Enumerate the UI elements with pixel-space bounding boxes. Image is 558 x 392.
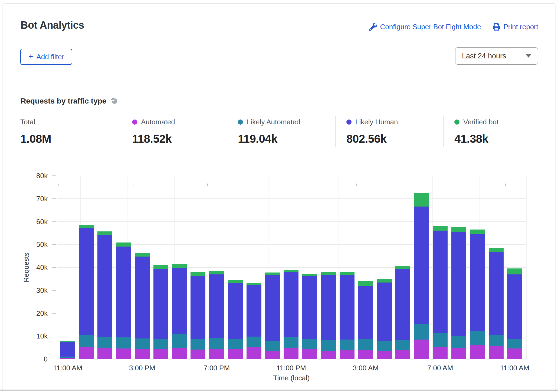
bar-segment-likely-automated [135,338,150,349]
bar-8-00-am [451,227,466,359]
configure-super-bot-fight-mode-link[interactable]: Configure Super Bot Fight Mode [369,23,481,31]
wrench-icon [369,23,377,31]
bar-segment-verified-bot [302,274,317,276]
gridline-vertical [151,176,151,359]
bar-segment-verified-bot [172,264,187,268]
bar-segment-verified-bot [377,279,392,283]
bar-segment-likely-human [489,252,504,335]
bar-segment-verified-bot [321,272,336,275]
stat-label: Verified bot [463,118,498,126]
header-links: Configure Super Bot Fight Mode Print rep… [369,23,538,31]
y-tickmark [52,359,56,359]
bar-segment-likely-human [470,234,485,331]
chevron-down-icon [526,54,531,58]
bar-segment-verified-bot [507,268,522,274]
y-tick-label: 0 [0,355,48,363]
legend-dot-icon [346,119,352,125]
bar-7-00-pm [209,271,224,359]
y-tickmark [52,198,56,199]
bar-5-00-am [395,266,410,359]
bar-segment-likely-automated [209,338,224,349]
bar-segment-likely-human [507,274,522,339]
section-title: Requests by traffic type [21,97,106,105]
bar-segment-likely-human [135,257,150,338]
bar-11-00-am [507,268,522,359]
x-tickmark [356,184,357,186]
bar-segment-likely-automated [302,339,317,349]
page-title: Bot Analytics [21,19,84,31]
bar-segment-verified-bot [284,270,298,272]
time-range-value: Last 24 hours [462,52,526,60]
legend-dot-icon [454,119,459,125]
bar-segment-verified-bot [470,230,485,234]
bar-6-00-pm [191,272,205,359]
bar-3-00-pm [135,253,150,359]
bar-segment-likely-automated [79,335,94,347]
bar-segment-automated [489,346,504,359]
print-report-link[interactable]: Print report [493,23,538,31]
bar-segment-likely-human [209,274,224,338]
bar-segment-automated [433,347,448,359]
bar-3-00-am [358,281,373,359]
y-tickmark [52,336,56,336]
bar-segment-likely-human [414,207,429,324]
bar-segment-automated [228,349,243,359]
stat-automated: Automated118.52k [121,116,227,147]
bar-segment-verified-bot [358,281,373,286]
bot-analytics-panel: Bot Analytics Configure Super Bot Fight … [0,0,558,392]
x-tick-label: 3:00 AM [353,364,379,372]
bar-segment-automated [247,347,261,359]
x-tickmark [58,184,59,186]
x-tickmark [505,184,506,186]
bar-segment-automated [358,350,373,359]
header-divider [2,75,556,75]
bar-segment-likely-automated [97,337,112,348]
bar-segment-automated [116,348,131,359]
x-axis-title: Time (local) [273,374,310,382]
bar-segment-verified-bot [228,280,243,283]
time-range-select[interactable]: Last 24 hours [455,47,538,65]
stat-likely-automated: Likely Automated119.04k [227,116,335,147]
bar-segment-automated [507,348,522,359]
bar-6-00-am [414,193,429,359]
bar-9-00-pm [247,283,261,359]
bar-segment-likely-automated [247,337,261,347]
bar-segment-likely-automated [172,334,187,348]
bar-segment-likely-human [321,275,336,340]
printer-icon [493,23,500,31]
bar-segment-likely-human [60,342,75,357]
bar-segment-likely-automated [358,339,373,350]
bar-segment-likely-human [265,275,280,341]
bar-segment-likely-automated [153,339,168,349]
traffic-type-stats-row: Total1.08MAutomated118.52kLikely Automat… [20,116,539,147]
bar-2-00-pm [116,242,131,359]
bar-segment-automated [209,349,224,359]
x-tickmark [133,184,133,186]
y-tick-label: 70k [0,195,48,203]
y-tickmark [52,313,56,314]
bar-segment-likely-automated [414,324,429,340]
gridline-vertical [245,176,245,359]
bar-segment-automated [284,348,298,359]
next-section-edge [0,390,558,391]
bar-segment-likely-human [228,283,243,338]
add-filter-button[interactable]: + Add filter [20,49,72,65]
bar-segment-automated [395,350,410,359]
stat-label: Total [20,118,35,126]
plus-icon: + [28,52,33,61]
bar-segment-verified-bot [451,227,466,232]
bar-segment-verified-bot [395,266,410,269]
bar-segment-likely-automated [191,339,205,350]
bar-12-00-pm [79,225,94,359]
bar-segment-verified-bot [340,272,355,275]
bar-2-00-am [340,272,355,359]
bar-segment-verified-bot [79,225,94,228]
bar-segment-likely-automated [284,337,298,348]
bar-segment-likely-human [284,272,298,337]
bar-segment-likely-automated [395,340,410,350]
bar-segment-likely-human [97,235,112,337]
bar-segment-likely-human [247,285,261,337]
requests-stacked-bar-chart [57,176,526,359]
bar-7-00-am [433,226,448,359]
bar-segment-verified-bot [209,271,224,274]
